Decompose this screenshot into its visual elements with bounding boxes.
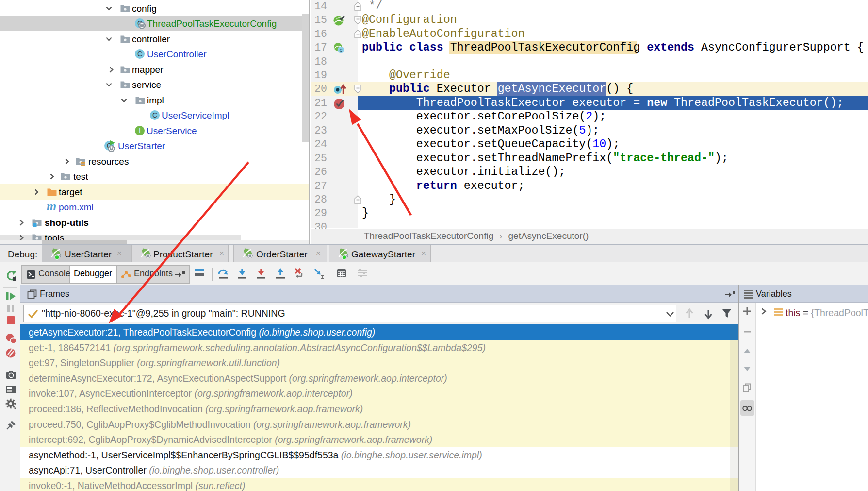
svg-text:c: c	[340, 47, 343, 53]
svg-text:I: I	[139, 127, 141, 135]
svg-text:C: C	[152, 111, 157, 119]
svg-text:C: C	[137, 50, 142, 58]
